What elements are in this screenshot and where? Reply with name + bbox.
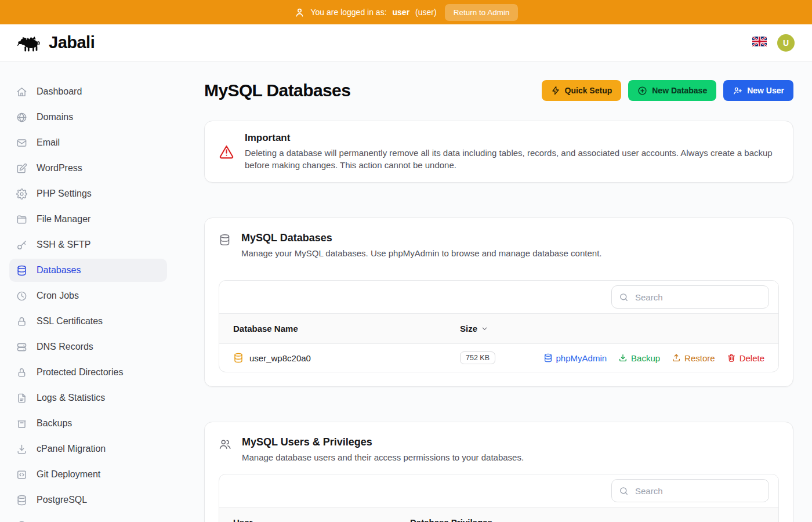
databases-section-text: MySQL Databases Manage your MySQL databa… (241, 232, 601, 258)
restore-link[interactable]: Restore (672, 353, 715, 363)
lightning-icon (551, 86, 560, 95)
sidebar-item-label: Backups (37, 418, 72, 429)
language-flag-uk[interactable] (752, 37, 767, 49)
sidebar-item-databases[interactable]: Databases (9, 259, 167, 282)
sidebar-item-dashboard[interactable]: Dashboard (9, 80, 167, 103)
sidebar-item-protected-directories[interactable]: Protected Directories (9, 361, 167, 384)
sidebar-item-domains[interactable]: Domains (9, 106, 167, 129)
sidebar-item-label: PHP Settings (37, 188, 92, 199)
sidebar-item-file-manager[interactable]: File Manager (9, 208, 167, 231)
mail-icon (16, 137, 27, 148)
sidebar-item-postgresql[interactable]: PostgreSQL (9, 488, 167, 512)
alert-triangle-icon (219, 144, 234, 160)
users-section-text: MySQL Users & Privileges Manage database… (242, 436, 524, 462)
chevron-down-icon (481, 325, 488, 332)
sidebar-item-label: File Manager (37, 214, 90, 224)
padlock-icon (16, 367, 27, 378)
user-plus-icon (733, 86, 742, 96)
new-database-label: New Database (652, 86, 707, 95)
logged-in-prefix: You are logged in as: (311, 8, 387, 17)
header-right: U (752, 34, 795, 52)
databases-table-header: Database Name Size (219, 313, 778, 344)
uk-flag-icon (752, 37, 767, 46)
app-header: Jabali U (0, 24, 812, 61)
sidebar-item-label: SSL Certificates (37, 316, 103, 327)
database-name-cell: user_wp8c20a0 (233, 353, 460, 363)
users-table-header: User Database Privileges (219, 507, 778, 522)
new-database-button[interactable]: New Database (628, 80, 716, 101)
user-avatar[interactable]: U (777, 34, 795, 52)
sidebar-item-clipped[interactable] (9, 514, 167, 522)
database-size-badge: 752 KB (460, 351, 495, 364)
sidebar-item-dns-records[interactable]: DNS Records (9, 335, 167, 358)
impersonation-bar: You are logged in as: user (user) Return… (0, 0, 812, 24)
sidebar-item-wordpress[interactable]: WordPress (9, 157, 167, 180)
home-icon (16, 86, 27, 97)
logged-in-role: (user) (415, 8, 437, 17)
databases-search-input[interactable] (634, 292, 762, 303)
quick-setup-label: Quick Setup (565, 86, 612, 95)
database-icon (543, 353, 553, 362)
users-table-panel: User Database Privileges (219, 474, 779, 522)
server-stack-icon (16, 342, 27, 353)
search-icon (619, 486, 629, 496)
column-user: User (233, 517, 410, 522)
backup-label: Backup (631, 353, 660, 363)
sidebar: Dashboard Domains Email WordPress PHP Se… (0, 61, 176, 522)
phpmyadmin-link[interactable]: phpMyAdmin (543, 353, 607, 363)
gear-icon (16, 188, 27, 200)
users-section-subtitle: Manage database users and their access p… (242, 452, 524, 462)
sidebar-item-label: Cron Jobs (37, 291, 79, 301)
users-section: MySQL Users & Privileges Manage database… (204, 422, 793, 522)
sidebar-item-label: Logs & Statistics (37, 393, 105, 403)
archive-box-icon (16, 418, 27, 429)
sidebar-item-git-deployment[interactable]: Git Deployment (9, 463, 167, 486)
database-icon (233, 353, 244, 363)
backup-link[interactable]: Backup (618, 353, 660, 363)
clock-icon (16, 291, 27, 302)
users-search-input[interactable] (634, 485, 762, 496)
sidebar-item-ssl-certificates[interactable]: SSL Certificates (9, 310, 167, 333)
database-row-actions: phpMyAdmin Backup Restore Delete (543, 353, 764, 363)
database-row: user_wp8c20a0 752 KB phpMyAdmin Backup (219, 344, 778, 372)
users-search-row (219, 474, 778, 507)
users-section-title: MySQL Users & Privileges (242, 436, 524, 448)
sidebar-item-backups[interactable]: Backups (9, 412, 167, 435)
databases-section-head: MySQL Databases Manage your MySQL databa… (219, 232, 779, 258)
download-tray-icon (618, 353, 628, 362)
trash-icon (727, 353, 736, 362)
databases-section-title: MySQL Databases (241, 232, 601, 244)
quick-setup-button[interactable]: Quick Setup (542, 80, 622, 101)
column-database-privileges: Database Privileges (410, 517, 764, 522)
users-section-head: MySQL Users & Privileges Manage database… (219, 436, 779, 462)
sidebar-item-logs-statistics[interactable]: Logs & Statistics (9, 386, 167, 409)
database-icon (219, 234, 231, 246)
sidebar-item-label: Protected Directories (37, 367, 123, 378)
databases-table-panel: Database Name Size user_wp8c20a0 752 KB (219, 280, 779, 372)
new-user-label: New User (747, 86, 784, 95)
download-icon (16, 444, 27, 455)
warning-content: Important Deleting a database will perma… (245, 132, 779, 171)
new-user-button[interactable]: New User (723, 80, 793, 101)
warning-card: Important Deleting a database will perma… (204, 121, 793, 183)
phpmyadmin-label: phpMyAdmin (556, 353, 607, 363)
databases-section: MySQL Databases Manage your MySQL databa… (204, 217, 793, 387)
sidebar-item-label: WordPress (37, 163, 82, 173)
brand-logo[interactable]: Jabali (17, 33, 95, 53)
sidebar-item-email[interactable]: Email (9, 131, 167, 154)
sidebar-item-label: cPanel Migration (37, 444, 106, 454)
sidebar-item-cpanel-migration[interactable]: cPanel Migration (9, 437, 167, 461)
sidebar-item-cron-jobs[interactable]: Cron Jobs (9, 284, 167, 307)
return-to-admin-button[interactable]: Return to Admin (445, 4, 519, 21)
column-size-label: Size (460, 324, 477, 334)
databases-search (611, 285, 769, 309)
column-database-name: Database Name (233, 324, 460, 334)
pencil-square-icon (16, 163, 27, 174)
brand-name: Jabali (49, 33, 95, 52)
sidebar-item-label: SSH & SFTP (37, 240, 90, 250)
sidebar-item-php-settings[interactable]: PHP Settings (9, 182, 167, 205)
delete-link[interactable]: Delete (727, 353, 764, 363)
column-size[interactable]: Size (460, 324, 764, 334)
databases-section-subtitle: Manage your MySQL databases. Use phpMyAd… (241, 248, 601, 258)
sidebar-item-ssh-sftp[interactable]: SSH & SFTP (9, 233, 167, 256)
